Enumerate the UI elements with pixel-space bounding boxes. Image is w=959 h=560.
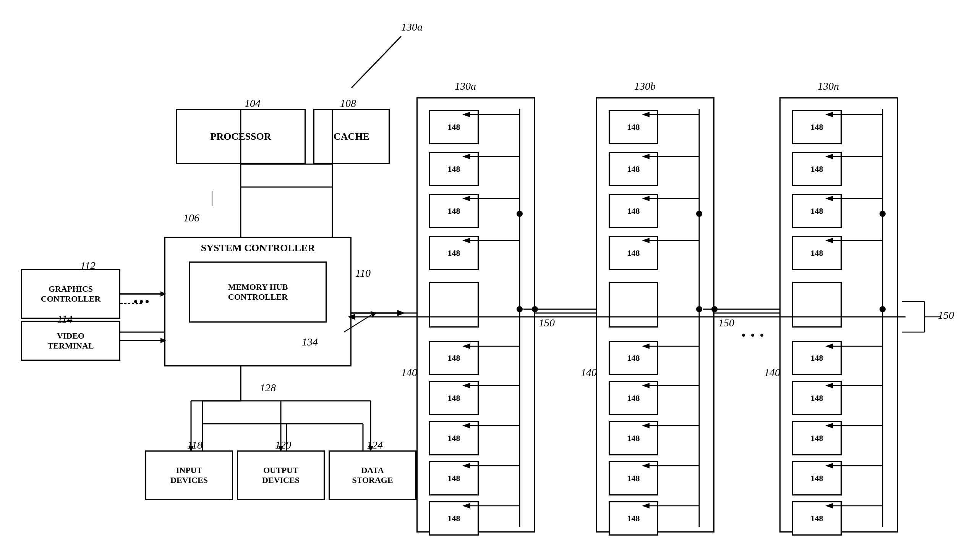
chip-a1: 148 bbox=[429, 110, 479, 144]
ref-106: 106 bbox=[183, 212, 199, 224]
chip-b7: 148 bbox=[609, 421, 658, 455]
ref-120: 120 bbox=[275, 439, 291, 451]
ref-128: 128 bbox=[260, 382, 276, 394]
ref-140-b: 140 bbox=[581, 366, 597, 379]
ref-130n: 130n bbox=[818, 80, 839, 92]
ref-140-n: 140 bbox=[764, 366, 780, 379]
chip-a8: 148 bbox=[429, 461, 479, 495]
chip-n4: 148 bbox=[792, 236, 842, 270]
chip-b4: 148 bbox=[609, 236, 658, 270]
ref-134: 134 bbox=[302, 336, 318, 348]
bus-n bbox=[792, 282, 842, 328]
chip-b3: 148 bbox=[609, 194, 658, 228]
system-controller-label: SYSTEM CONTROLLER bbox=[201, 242, 315, 254]
ref-104: 104 bbox=[245, 97, 261, 110]
bus-b bbox=[609, 282, 658, 328]
svg-point-108 bbox=[140, 300, 143, 303]
memory-module-n: 148 148 148 148 148 148 148 148 148 bbox=[779, 97, 898, 533]
svg-marker-20 bbox=[397, 310, 405, 316]
chip-b8: 148 bbox=[609, 461, 658, 495]
chip-a7: 148 bbox=[429, 421, 479, 455]
video-terminal-label: VIDEOTERMINAL bbox=[47, 331, 94, 351]
ref-110: 110 bbox=[355, 267, 371, 279]
chip-a2: 148 bbox=[429, 152, 479, 186]
ref-140-a: 140 bbox=[401, 366, 417, 379]
data-storage-box: DATASTORAGE bbox=[329, 450, 416, 500]
input-devices-label: INPUTDEVICES bbox=[170, 465, 208, 485]
memory-hub-label: MEMORY HUBCONTROLLER bbox=[228, 282, 288, 302]
chip-n7: 148 bbox=[792, 421, 842, 455]
svg-point-109 bbox=[146, 300, 149, 303]
video-terminal-box: VIDEOTERMINAL bbox=[21, 321, 120, 361]
cache-box: CACHE bbox=[313, 109, 390, 164]
chip-b1: 148 bbox=[609, 110, 658, 144]
svg-marker-94 bbox=[371, 311, 376, 318]
input-devices-box: INPUTDEVICES bbox=[145, 450, 233, 500]
ref-124: 124 bbox=[367, 439, 383, 451]
output-devices-box: OUTPUTDEVICES bbox=[237, 450, 325, 500]
chip-n9: 148 bbox=[792, 501, 842, 536]
ellipsis: · · · bbox=[741, 324, 764, 345]
bus-a bbox=[429, 282, 479, 328]
ref-112: 112 bbox=[80, 260, 96, 272]
chip-a5: 148 bbox=[429, 341, 479, 375]
svg-line-0 bbox=[352, 36, 401, 88]
chip-a3: 148 bbox=[429, 194, 479, 228]
system-controller-box: SYSTEM CONTROLLER MEMORY HUBCONTROLLER bbox=[164, 237, 352, 366]
processor-box: PROCESSOR bbox=[176, 109, 306, 164]
svg-point-107 bbox=[134, 300, 137, 303]
ref-118: 118 bbox=[187, 439, 202, 451]
output-devices-label: OUTPUTDEVICES bbox=[262, 465, 300, 485]
memory-hub-controller-box: MEMORY HUBCONTROLLER bbox=[189, 261, 327, 323]
memory-module-a: 148 148 148 148 148 148 148 148 148 bbox=[416, 97, 535, 533]
diagram: 130a PROCESSOR 104 CACHE 108 SYSTEM CONT… bbox=[0, 0, 959, 560]
chip-b6: 148 bbox=[609, 381, 658, 415]
chip-n2: 148 bbox=[792, 152, 842, 186]
chip-b5: 148 bbox=[609, 341, 658, 375]
ref-150-b: 150 bbox=[718, 317, 734, 329]
ref-130a: 130a bbox=[455, 80, 476, 92]
chip-n3: 148 bbox=[792, 194, 842, 228]
ref-150-a: 150 bbox=[539, 317, 555, 329]
memory-module-b: 148 148 148 148 148 148 148 148 148 bbox=[596, 97, 714, 533]
ref-130b: 130b bbox=[634, 80, 656, 92]
chip-a9: 148 bbox=[429, 501, 479, 536]
chip-n5: 148 bbox=[792, 341, 842, 375]
chip-n8: 148 bbox=[792, 461, 842, 495]
ref-114: 114 bbox=[57, 313, 73, 325]
processor-label: PROCESSOR bbox=[211, 131, 271, 142]
ref-100: 130a bbox=[401, 21, 423, 33]
chip-a6: 148 bbox=[429, 381, 479, 415]
graphics-controller-box: GRAPHICSCONTROLLER bbox=[21, 269, 120, 319]
chip-n1: 148 bbox=[792, 110, 842, 144]
data-storage-label: DATASTORAGE bbox=[352, 465, 393, 485]
ref-108: 108 bbox=[340, 97, 356, 110]
ref-150-n: 150 bbox=[938, 309, 954, 321]
chip-a4: 148 bbox=[429, 236, 479, 270]
chip-b2: 148 bbox=[609, 152, 658, 186]
chip-n6: 148 bbox=[792, 381, 842, 415]
graphics-controller-label: GRAPHICSCONTROLLER bbox=[41, 284, 100, 304]
cache-label: CACHE bbox=[334, 131, 369, 142]
chip-b9: 148 bbox=[609, 501, 658, 536]
